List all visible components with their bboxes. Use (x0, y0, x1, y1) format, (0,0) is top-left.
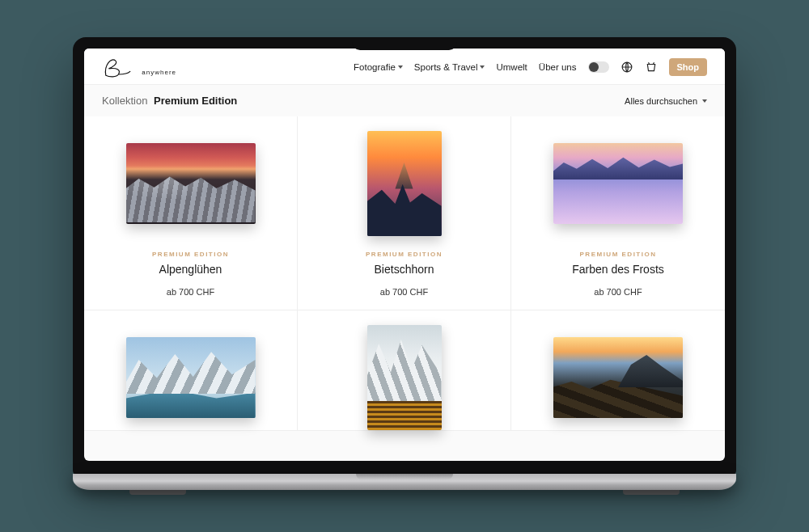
globe-icon[interactable] (621, 61, 633, 74)
brand-logo[interactable]: anywhere (102, 55, 176, 79)
top-navbar: anywhere Fotografie Sports & Travel Umwe… (84, 49, 725, 85)
notch (352, 37, 457, 50)
product-thumbnail (553, 337, 683, 418)
product-price: ab 700 CHF (572, 287, 664, 297)
product-card[interactable]: PREMIUM EDITION Alpenglühen ab 700 CHF (84, 116, 298, 310)
chevron-down-icon (702, 99, 707, 103)
laptop-base (73, 474, 736, 490)
product-card[interactable] (511, 310, 725, 431)
laptop-mockup: anywhere Fotografie Sports & Travel Umwe… (73, 37, 736, 495)
product-price: ab 700 CHF (366, 287, 443, 297)
collection-name: Premium Edition (154, 95, 237, 107)
product-name: Farben des Frosts (572, 263, 664, 276)
product-name: Bietschhorn (366, 263, 443, 276)
nav-item-sports-travel[interactable]: Sports & Travel (414, 62, 485, 72)
product-grid: PREMIUM EDITION Alpenglühen ab 700 CHF P… (84, 116, 725, 431)
product-tag: PREMIUM EDITION (572, 251, 664, 258)
product-name: Alpenglühen (152, 263, 229, 276)
collection-title: Kollektion Premium Edition (102, 95, 237, 107)
product-thumbnail (126, 143, 256, 224)
collection-header: Kollektion Premium Edition Alles durchsu… (84, 85, 725, 116)
product-thumbnail (553, 143, 683, 224)
product-tag: PREMIUM EDITION (152, 251, 229, 258)
product-thumbnail (367, 325, 442, 430)
product-card[interactable] (84, 310, 298, 431)
cart-icon[interactable] (645, 61, 658, 74)
nav-label: Fotografie (354, 62, 396, 72)
collection-prefix: Kollektion (102, 95, 147, 107)
screen: anywhere Fotografie Sports & Travel Umwe… (84, 49, 725, 461)
nav-label: Über uns (539, 62, 577, 72)
chevron-down-icon (398, 65, 403, 69)
product-card[interactable]: PREMIUM EDITION Bietschhorn ab 700 CHF (298, 116, 511, 310)
product-price: ab 700 CHF (152, 287, 229, 297)
nav-label: Umwelt (496, 62, 527, 72)
nav-item-umwelt[interactable]: Umwelt (496, 62, 527, 72)
nav-item-fotografie[interactable]: Fotografie (354, 62, 403, 72)
product-tag: PREMIUM EDITION (366, 251, 443, 258)
product-thumbnail (367, 131, 442, 236)
laptop-feet (73, 490, 736, 495)
browse-all-button[interactable]: Alles durchsuchen (625, 96, 707, 106)
browse-label: Alles durchsuchen (625, 96, 697, 106)
dark-mode-toggle[interactable] (588, 61, 609, 73)
shop-button[interactable]: Shop (669, 58, 708, 76)
nav-item-ueber-uns[interactable]: Über uns (539, 62, 577, 72)
brand-subtext: anywhere (142, 69, 176, 76)
nav-label: Sports & Travel (414, 62, 478, 72)
screen-bezel: anywhere Fotografie Sports & Travel Umwe… (73, 37, 736, 475)
chevron-down-icon (480, 65, 485, 69)
logo-script-icon (102, 55, 131, 79)
product-card[interactable]: PREMIUM EDITION Farben des Frosts ab 700… (511, 116, 725, 310)
product-thumbnail (126, 337, 256, 418)
nav-group: Fotografie Sports & Travel Umwelt Über u… (354, 58, 707, 76)
product-card[interactable] (298, 310, 511, 431)
